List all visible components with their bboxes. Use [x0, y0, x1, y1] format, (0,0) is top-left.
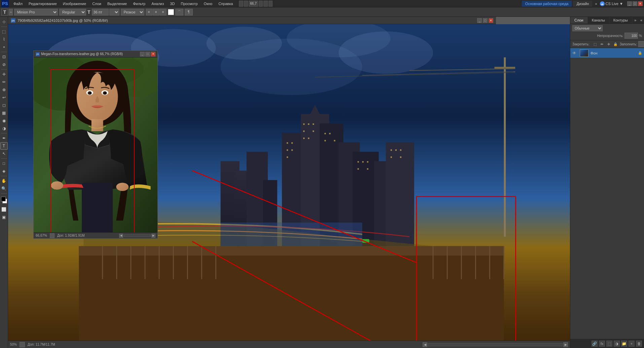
path-selection-tool[interactable]: ↖: [0, 150, 8, 157]
orientation-icon[interactable]: ⊥: [9, 9, 13, 15]
scroll-right-button[interactable]: ▶: [563, 342, 568, 347]
link-layers-button[interactable]: 🔗: [592, 341, 598, 347]
bg-win-close[interactable]: ✕: [489, 18, 493, 23]
menu-layers[interactable]: Слои: [90, 1, 104, 6]
lock-all-button[interactable]: 🔒: [612, 41, 618, 47]
panel-collapse-button[interactable]: «: [638, 17, 644, 24]
font-style-select[interactable]: Regular: [59, 9, 86, 15]
toolbar-icon-1[interactable]: [239, 1, 243, 7]
align-right-button[interactable]: ≡: [160, 9, 167, 15]
workspace-main-button[interactable]: Основная рабочая среда: [522, 1, 572, 7]
text-tool[interactable]: T: [0, 142, 8, 150]
menu-help[interactable]: Справка: [216, 1, 236, 6]
delete-layer-button[interactable]: 🗑: [636, 341, 642, 347]
float-scrollbar[interactable]: [124, 234, 151, 237]
foreground-color-swatch[interactable]: [1, 197, 6, 201]
toolbar-icon-3[interactable]: [259, 1, 263, 7]
toolbar-icon-2[interactable]: [244, 1, 248, 7]
tab-paths[interactable]: Контуры: [609, 17, 632, 24]
workspace-design-button[interactable]: Дизайн: [573, 1, 592, 7]
float-scroll-left[interactable]: ◀: [119, 234, 123, 238]
blend-mode-select[interactable]: Обычные: [572, 25, 603, 31]
bg-win-maximize[interactable]: □: [483, 18, 488, 23]
float-status-icon[interactable]: [50, 233, 55, 238]
float-win-restore[interactable]: □: [145, 52, 150, 56]
menu-edit[interactable]: Редактирование: [26, 1, 60, 6]
dodge-tool[interactable]: ◑: [0, 125, 8, 132]
lock-position-button[interactable]: ✛: [606, 41, 612, 47]
rectangular-marquee-tool[interactable]: ⬚: [0, 28, 8, 35]
font-size-option: T пт: [87, 9, 119, 15]
crop-tool[interactable]: ⊡: [0, 53, 8, 61]
svg-rect-33: [324, 140, 326, 141]
layer-item-bg[interactable]: 👁 Фон 🔒: [570, 48, 644, 58]
blur-tool[interactable]: ◉: [0, 117, 8, 124]
menu-file[interactable]: Файл: [11, 1, 25, 6]
toolbar-icon-4[interactable]: [263, 1, 268, 7]
layer-visibility-icon[interactable]: 👁: [572, 51, 576, 55]
lock-transparent-button[interactable]: ⬚: [592, 41, 598, 47]
screen-mode[interactable]: ▣: [0, 214, 8, 221]
horizontal-scrollbar[interactable]: [428, 343, 563, 346]
menu-3d[interactable]: 3D: [167, 1, 177, 6]
hand-tool[interactable]: ✋: [0, 177, 8, 185]
text-tool-indicator: T ⊥: [1, 9, 13, 15]
gradient-tool[interactable]: ▦: [0, 109, 8, 117]
move-tool[interactable]: ⊹: [0, 18, 8, 26]
brush-tool[interactable]: ✏: [0, 78, 8, 86]
float-scroll-right[interactable]: ▶: [151, 234, 155, 238]
antialiasing-select[interactable]: Резкое: [121, 9, 144, 15]
menu-bar: PS Файл Редактирование Изображение Слои …: [0, 0, 644, 7]
menu-image[interactable]: Изображение: [60, 1, 89, 6]
tool-separator-1: [1, 27, 7, 27]
new-group-button[interactable]: 📁: [621, 341, 627, 347]
lasso-tool[interactable]: ⌇: [0, 36, 8, 43]
rectangle-tool[interactable]: □: [0, 160, 8, 167]
bg-win-minimize[interactable]: _: [477, 18, 482, 23]
layer-style-button[interactable]: fx: [599, 341, 605, 347]
app-minimize-button[interactable]: _: [627, 1, 632, 6]
tab-layers[interactable]: Слои: [570, 17, 588, 24]
float-zoom-level: 66,67%: [36, 234, 47, 237]
3d-tool[interactable]: ◈: [0, 167, 8, 175]
new-fill-layer-button[interactable]: ◑: [614, 341, 620, 347]
warp-text-button[interactable]: ⌒: [175, 9, 183, 15]
menu-select[interactable]: Выделение: [105, 1, 130, 6]
eyedropper-tool[interactable]: ⊘: [0, 61, 8, 68]
align-center-button[interactable]: ≡: [153, 9, 159, 15]
text-color-swatch[interactable]: [168, 9, 174, 15]
bg-status-icon[interactable]: [20, 342, 25, 347]
opacity-input[interactable]: [624, 33, 638, 39]
clone-stamp-tool[interactable]: ⊕: [0, 86, 8, 93]
align-left-button[interactable]: ≡: [146, 9, 152, 15]
lock-image-button[interactable]: ✏: [599, 41, 605, 47]
menu-view[interactable]: Просмотр: [178, 1, 200, 6]
right-panel: Слои Каналы Контуры » « Обычные Непрозра…: [570, 17, 644, 348]
new-layer-button[interactable]: +: [629, 341, 635, 347]
toolbar-icon-5[interactable]: [269, 1, 273, 7]
float-win-minimize[interactable]: _: [140, 52, 145, 56]
panel-expand-button[interactable]: »: [632, 17, 638, 24]
menu-filter[interactable]: Фильтр: [130, 1, 148, 6]
menu-window[interactable]: Окно: [201, 1, 215, 6]
char-panel-button[interactable]: ¶: [185, 9, 193, 15]
float-win-close[interactable]: ✕: [151, 52, 155, 56]
svg-rect-27: [303, 130, 305, 132]
zoom-tool[interactable]: 🔍: [0, 185, 8, 192]
menu-analysis[interactable]: Анализ: [149, 1, 167, 6]
font-size-unit[interactable]: пт: [109, 9, 119, 15]
pen-tool[interactable]: ✒: [0, 134, 8, 142]
healing-brush-tool[interactable]: ✛: [0, 71, 8, 78]
quick-mask-mode[interactable]: ⬜: [0, 206, 8, 213]
font-family-select[interactable]: Minion Pro: [14, 9, 58, 15]
history-brush-tool[interactable]: ↩: [0, 94, 8, 101]
tab-channels[interactable]: Каналы: [588, 17, 609, 24]
eraser-tool[interactable]: ◻: [0, 102, 8, 109]
font-size-input[interactable]: [92, 9, 109, 15]
scroll-left-button[interactable]: ◀: [423, 342, 427, 347]
add-mask-button[interactable]: ⬚: [606, 341, 612, 347]
quick-selection-tool[interactable]: ⚬: [0, 43, 8, 51]
app-maximize-button[interactable]: □: [633, 1, 637, 6]
fill-input[interactable]: [638, 41, 644, 47]
app-close-button[interactable]: ✕: [638, 1, 643, 6]
